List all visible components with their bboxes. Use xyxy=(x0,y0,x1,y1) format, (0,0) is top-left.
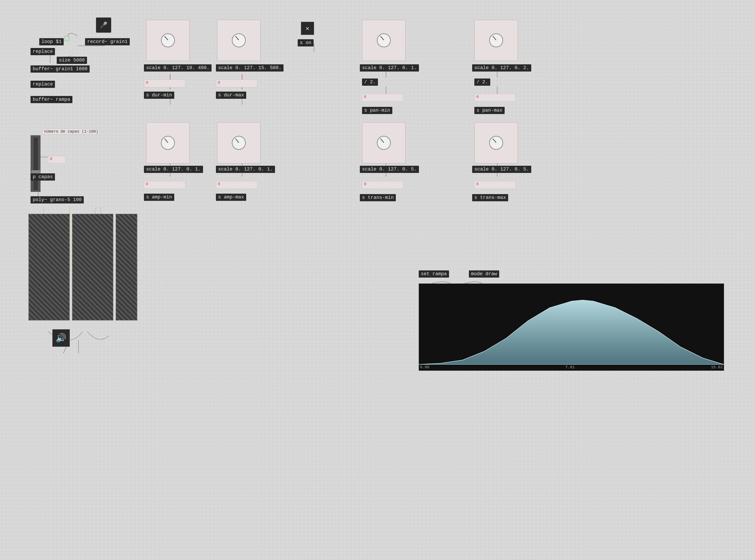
num-dur-min: 0 xyxy=(146,80,148,85)
scale-trans-max-label: scale 0. 127. 0. 5. xyxy=(474,166,529,172)
slider-vertical[interactable] xyxy=(31,135,41,192)
buffer-rampa-label: buffer~ rampa xyxy=(33,97,70,102)
s-on-toggle[interactable]: ✕ xyxy=(301,22,314,35)
set-rampa-label: set rampa xyxy=(421,271,447,277)
s-dur-max-label: s dur-max xyxy=(218,93,244,98)
s-amp-max-node[interactable]: s amp-max xyxy=(216,194,246,201)
scale-dur-min-label: scale 0. 127. 10. 490. xyxy=(146,65,210,71)
scale-pan-max-label: scale 0. 127. 0. 2. xyxy=(474,65,529,71)
capas-label: número de capas (1-100) xyxy=(44,129,98,134)
record-grain1-node[interactable]: record~ grain1 xyxy=(85,38,130,45)
s-trans-min-node[interactable]: s trans-min xyxy=(360,194,396,201)
knob-trans-min[interactable] xyxy=(377,136,391,150)
replace1-label: replace xyxy=(33,49,53,54)
slider-value-box[interactable]: 0 xyxy=(48,156,65,163)
knob-amp-min-container xyxy=(146,122,190,163)
num-amp-max: 0 xyxy=(218,182,220,186)
buffer-grain1-node[interactable]: buffer~ grain1 1000 xyxy=(31,65,90,73)
p-capas-label: p capas xyxy=(33,174,53,180)
s-pan-min-node[interactable]: s pan-min xyxy=(362,107,392,114)
loop-node[interactable]: loop $1 xyxy=(39,38,64,45)
scale-trans-min-node[interactable]: scale 0. 127. 0. 5. xyxy=(360,166,419,173)
num-amp-min: 0 xyxy=(146,182,148,186)
s-trans-max-label: s trans-max xyxy=(474,195,506,200)
scale-dur-min-node[interactable]: scale 0. 127. 10. 490. xyxy=(144,64,212,72)
p-capas-node[interactable]: p capas xyxy=(31,173,55,181)
knob-amp-min[interactable] xyxy=(161,136,175,150)
s-amp-max-label: s amp-max xyxy=(218,195,244,200)
slider-value: 0 xyxy=(50,157,52,161)
num-pan-min-box[interactable]: 0 xyxy=(362,94,403,102)
knob-dur-min[interactable] xyxy=(161,33,175,47)
knob-trans-max[interactable] xyxy=(489,136,503,150)
s-amp-min-label: s amp-min xyxy=(146,195,172,200)
knob-pan-max-container xyxy=(474,20,518,61)
scale-pan-min-node[interactable]: scale 0. 127. 0. 1. xyxy=(360,64,419,72)
scale-trans-min-label: scale 0. 127. 0. 5. xyxy=(362,166,417,172)
knob-amp-max[interactable] xyxy=(232,136,246,150)
s-pan-max-label: s pan-max xyxy=(477,108,502,113)
mic-node: 🎤 xyxy=(96,17,111,33)
matrix-box-2 xyxy=(72,214,114,321)
knob-dur-max-container xyxy=(217,20,261,61)
matrix-box-3 xyxy=(116,214,137,321)
num-dur-max: 0 xyxy=(218,80,220,85)
buffer-rampa-node[interactable]: buffer~ rampa xyxy=(31,96,73,103)
num-trans-max-box[interactable]: 0 xyxy=(474,181,516,189)
num-pan-max: 0 xyxy=(476,95,479,99)
s-trans-max-node[interactable]: s trans-max xyxy=(472,194,508,201)
knob-pan-max[interactable] xyxy=(489,33,503,47)
speaker-node: 🔊 xyxy=(52,329,70,347)
num-pan-min: 0 xyxy=(364,95,366,99)
num-amp-min-box[interactable]: 0 xyxy=(144,181,185,189)
knob-trans-min-container xyxy=(362,122,405,163)
loop-indicator xyxy=(64,36,69,41)
replace2-label: replace xyxy=(33,82,53,87)
s-dur-min-label: s dur-min xyxy=(146,93,172,98)
mode-draw-node[interactable]: mode draw xyxy=(469,271,499,278)
num-trans-max: 0 xyxy=(476,182,479,186)
mode-draw-label: mode draw xyxy=(471,271,497,277)
scale-trans-max-node[interactable]: scale 0. 127. 0. 5. xyxy=(472,166,531,173)
scale-pan-max-node[interactable]: scale 0. 127. 0. 2. xyxy=(472,64,531,72)
set-rampa-node[interactable]: set rampa xyxy=(419,271,449,278)
buffer-grain1-label: buffer~ grain1 1000 xyxy=(33,66,87,72)
s-on-node[interactable]: s on xyxy=(298,39,314,46)
replace-node-2[interactable]: replace xyxy=(31,81,55,88)
num-dur-min-box[interactable]: 0 xyxy=(144,80,185,87)
size-label: size 5000 xyxy=(59,58,85,63)
s-trans-min-label: s trans-min xyxy=(362,195,394,200)
num-dur-max-box[interactable]: 0 xyxy=(216,80,257,87)
knob-dur-min-container xyxy=(146,20,190,61)
replace-node-1[interactable]: replace xyxy=(31,48,55,55)
div2-pan-max-node[interactable]: / 2. xyxy=(474,79,490,86)
scale-amp-min-node[interactable]: scale 0. 127. 0. 1. xyxy=(144,166,203,173)
div2-pan-max-label: / 2. xyxy=(477,79,488,85)
num-pan-max-box[interactable]: 0 xyxy=(474,94,516,102)
div2-pan-min-label: / 2. xyxy=(364,79,376,85)
s-amp-min-node[interactable]: s amp-min xyxy=(144,194,174,201)
scale-amp-max-label: scale 0. 127. 0. 1. xyxy=(218,166,273,172)
poly-grano-label: poly~ grano-5 100 xyxy=(33,197,82,203)
scale-amp-min-label: scale 0. 127. 0. 1. xyxy=(146,166,201,172)
poly-grano-node[interactable]: poly~ grano-5 100 xyxy=(31,196,84,203)
matrix-box-1 xyxy=(28,214,70,321)
knob-trans-max-container xyxy=(474,122,518,163)
s-pan-max-node[interactable]: s pan-max xyxy=(474,107,505,114)
scale-dur-max-node[interactable]: scale 0. 127. 15. 500. xyxy=(216,64,283,72)
knob-pan-min[interactable] xyxy=(377,33,391,47)
s-pan-min-label: s pan-min xyxy=(364,108,390,113)
scale-amp-max-node[interactable]: scale 0. 127. 0. 1. xyxy=(216,166,275,173)
size-node[interactable]: size 5000 xyxy=(57,57,87,64)
div2-pan-min-node[interactable]: / 2. xyxy=(362,79,378,86)
num-amp-max-box[interactable]: 0 xyxy=(216,181,257,189)
s-dur-max-node[interactable]: s dur-max xyxy=(216,92,246,99)
num-trans-min: 0 xyxy=(364,182,366,186)
s-dur-min-node[interactable]: s dur-min xyxy=(144,92,174,99)
waveform-display[interactable]: 0.00 7.81 15.62 xyxy=(419,283,724,371)
num-trans-min-box[interactable]: 0 xyxy=(362,181,403,189)
scale-pan-min-label: scale 0. 127. 0. 1. xyxy=(362,65,417,71)
knob-amp-max-container xyxy=(217,122,261,163)
scale-dur-max-label: scale 0. 127. 15. 500. xyxy=(218,65,281,71)
knob-dur-max[interactable] xyxy=(232,33,246,47)
